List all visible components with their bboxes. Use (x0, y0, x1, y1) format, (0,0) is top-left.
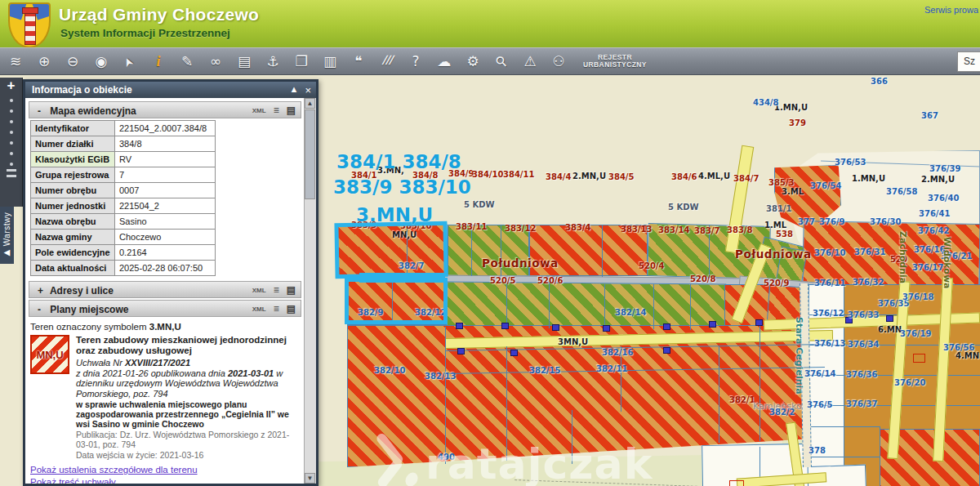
map-label: 376/10 (814, 248, 845, 257)
map-label: 520/4 (639, 261, 664, 270)
attr-value: 384/8 (115, 136, 216, 152)
search-by-icon[interactable]: ⚲ (489, 49, 514, 74)
rail-dash[interactable] (7, 169, 16, 172)
map-label: 385/3 (768, 178, 794, 187)
list-icon[interactable]: ≡ (274, 105, 279, 116)
section-mapa-ewidencyjna[interactable]: - Mapa ewidencyjna XML ≡ ▤ (29, 101, 301, 118)
close-panel-icon[interactable]: × (305, 84, 311, 96)
attribute-table: Identyfikator221504_2.0007.384/8Numer dz… (30, 120, 216, 276)
attr-value: Choczewo (115, 230, 216, 245)
map-label: 376/30 (870, 217, 901, 226)
pointer-icon[interactable]: ➤ (118, 50, 141, 74)
xml-icon[interactable]: XML (252, 287, 266, 294)
map-label: Południowa (735, 247, 812, 261)
effective-date: Data wejścia w życie: 2021-03-16 (76, 450, 301, 460)
resolution-line: Uchwała Nr XXVIII/217/2021 (76, 358, 301, 368)
lighthouse-cap (22, 7, 38, 14)
measure-lines-icon[interactable]: /// (378, 53, 396, 70)
anchor-locate-icon[interactable]: ⚓ (264, 53, 282, 70)
attr-label: Identyfikator (31, 121, 115, 136)
scroll-down-icon[interactable]: ▼ (305, 473, 315, 484)
building-outline (913, 354, 925, 363)
rail-dot[interactable] (10, 141, 13, 145)
resolution-number: XXVIII/217/2021 (125, 358, 190, 368)
warning-icon[interactable]: ⚠ (521, 53, 539, 70)
xml-icon[interactable]: XML (252, 107, 266, 114)
attr-row: Grupa rejestrowa7 (31, 167, 216, 183)
search-button[interactable]: Sz (957, 51, 980, 72)
map-label: 384/4 (546, 172, 571, 181)
layout-panels-icon[interactable]: ▥ (321, 53, 339, 70)
zoom-out-icon[interactable]: ⊖ (64, 53, 82, 70)
printer-icon[interactable]: ▤ (287, 105, 296, 116)
attr-row: Numer jednostki221504_2 (31, 198, 216, 214)
zone-title: Teren zabudowy mieszkaniowej jednorodzin… (76, 335, 301, 356)
settings-icon[interactable]: ⚙ (464, 53, 482, 70)
selected-parcels-outline-south (345, 278, 448, 324)
help-icon[interactable]: ? (407, 53, 425, 70)
rail-dot[interactable] (10, 109, 13, 113)
zoom-in-icon[interactable]: ⊕ (35, 53, 53, 70)
attr-row: Pole ewidencyjne0.2164 (31, 245, 216, 261)
link-icon[interactable]: ∞ (207, 53, 225, 70)
printer-icon[interactable]: ▤ (287, 303, 296, 314)
collapse-panel-icon[interactable]: ▲ (290, 84, 299, 96)
map-label: 377 (798, 217, 815, 226)
plan-link[interactable]: Pokaż ustalenia szczegółowe dla terenu (30, 465, 301, 475)
collapse-icon[interactable]: - (38, 304, 47, 315)
map-label: 382/11 (596, 364, 627, 373)
mnu-zone-icon-label: MN,U (36, 349, 63, 361)
section-plany-miejscowe[interactable]: - Plany miejscowe XML ≡ ▤ (29, 300, 301, 317)
panel-scrollbar[interactable]: ▲ ▼ (304, 98, 316, 484)
attr-label: Numer obrębu (31, 183, 115, 198)
building-marker (457, 348, 465, 354)
rail-dot[interactable] (10, 99, 13, 102)
printer-icon[interactable]: ▤ (287, 284, 296, 296)
map-label: 383/12 (505, 224, 536, 233)
rail-dash[interactable] (7, 175, 16, 177)
comment-icon[interactable]: ❝ (350, 53, 368, 70)
rail-dot[interactable] (10, 120, 13, 123)
map-label: 383/4 (565, 223, 590, 232)
expand-icon[interactable]: + (38, 285, 47, 297)
expand-rail-button[interactable]: + (0, 78, 22, 94)
layers-icon[interactable]: ≋ (7, 53, 24, 70)
map-label: 3.ML (782, 187, 804, 196)
rail-dot[interactable] (10, 152, 13, 155)
attr-row: Numer działki384/8 (31, 136, 216, 152)
map-label: 383/13 (621, 225, 652, 234)
measure-icon[interactable]: ✎ (178, 53, 196, 70)
rejestr-urbanistyczny-button[interactable]: REJESTR URBANISTYCZNY (583, 54, 647, 69)
plan-link[interactable]: Pokaż treść uchwały (30, 477, 301, 484)
map-label: 376/54 (810, 181, 841, 190)
map-label: 4.MN (956, 351, 979, 360)
share-user-icon[interactable]: ⚇ (550, 53, 568, 70)
select-area-icon[interactable]: ◉ (92, 53, 110, 70)
building-marker (510, 350, 518, 356)
identify-info-icon[interactable]: i (149, 53, 167, 70)
map-label: 376/32 (853, 278, 884, 287)
collapse-icon[interactable]: - (38, 105, 47, 117)
zone-symbol-intro: Teren oznaczony symbolem 3.MN,U (30, 322, 301, 332)
attr-row: Nazwa gminyChoczewo (31, 230, 216, 245)
map-label: 366 (871, 77, 888, 86)
map-label: 520/6 (537, 276, 563, 285)
panel-title[interactable]: Informacja o obiekcie (25, 82, 316, 98)
attr-value: Sasino (115, 214, 216, 230)
cloud-download-icon[interactable]: ☁ (435, 53, 453, 70)
map-label: 1.ML (764, 221, 786, 230)
warstwy-layers-tab[interactable]: ▶ Warstwy (0, 207, 14, 264)
scroll-thumb[interactable] (305, 109, 315, 199)
xml-icon[interactable]: XML (252, 305, 266, 313)
copy-view-icon[interactable]: ❐ (292, 53, 310, 70)
scroll-up-icon[interactable]: ▲ (305, 98, 315, 109)
print-icon[interactable]: ▤ (235, 53, 253, 70)
list-icon[interactable]: ≡ (274, 303, 279, 314)
selected-parcels-outline-north (334, 221, 448, 279)
section-adresy-i-ulice[interactable]: + Adresy i ulice XML ≡ ▤ (29, 281, 301, 298)
map-label: 376/53 (835, 158, 866, 167)
rail-dot[interactable] (10, 131, 13, 134)
map-label: 376/14 (804, 369, 835, 378)
rail-dot[interactable] (10, 163, 13, 166)
list-icon[interactable]: ≡ (274, 284, 279, 296)
